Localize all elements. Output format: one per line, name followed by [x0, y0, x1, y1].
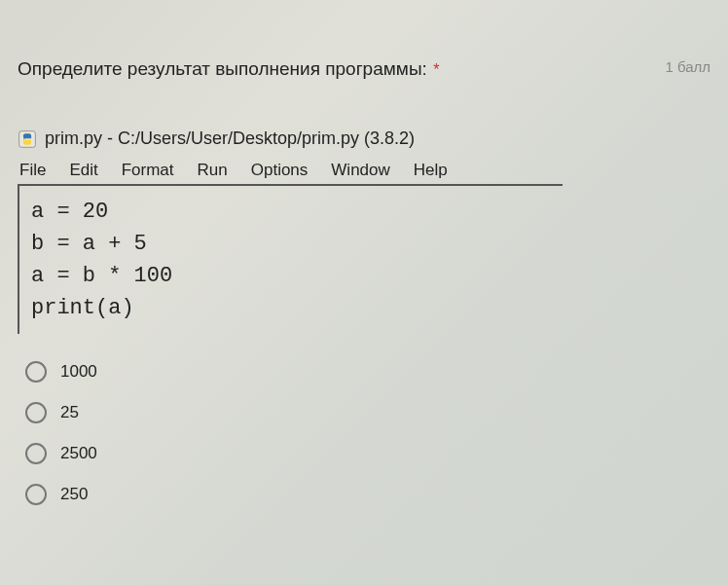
option-label: 25 [60, 403, 79, 422]
option-label: 250 [60, 485, 88, 504]
option-label: 1000 [60, 362, 97, 382]
question-header: Определите результат выполнения программ… [18, 58, 710, 80]
menu-help[interactable]: Help [414, 161, 448, 180]
question-points: 1 балл [665, 58, 710, 75]
editor-window-title: prim.py - C:/Users/User/Desktop/prim.py … [45, 128, 415, 149]
code-editor-content: a = 20 b = a + 5 a = b * 100 print(a) [18, 184, 563, 334]
menu-window[interactable]: Window [331, 161, 389, 180]
editor-menu-bar: File Edit Format Run Options Window Help [18, 161, 710, 180]
option-label: 2500 [60, 444, 97, 463]
python-file-icon [18, 129, 37, 149]
radio-icon [25, 402, 47, 423]
radio-icon [25, 484, 47, 505]
question-title: Определите результат выполнения программ… [18, 58, 427, 79]
editor-title-row: prim.py - C:/Users/User/Desktop/prim.py … [18, 128, 710, 149]
radio-icon [25, 361, 47, 383]
answer-option-2[interactable]: 25 [25, 402, 710, 423]
answer-options: 1000 25 2500 250 [18, 361, 710, 505]
menu-file[interactable]: File [19, 161, 46, 180]
menu-run[interactable]: Run [198, 161, 228, 180]
menu-options[interactable]: Options [251, 161, 309, 180]
required-star: * [433, 61, 439, 78]
answer-option-3[interactable]: 2500 [25, 443, 710, 464]
radio-icon [25, 443, 47, 464]
menu-format[interactable]: Format [122, 161, 174, 180]
question-title-wrap: Определите результат выполнения программ… [18, 58, 440, 80]
menu-edit[interactable]: Edit [69, 161, 97, 180]
answer-option-1[interactable]: 1000 [25, 361, 710, 383]
answer-option-4[interactable]: 250 [25, 484, 710, 505]
